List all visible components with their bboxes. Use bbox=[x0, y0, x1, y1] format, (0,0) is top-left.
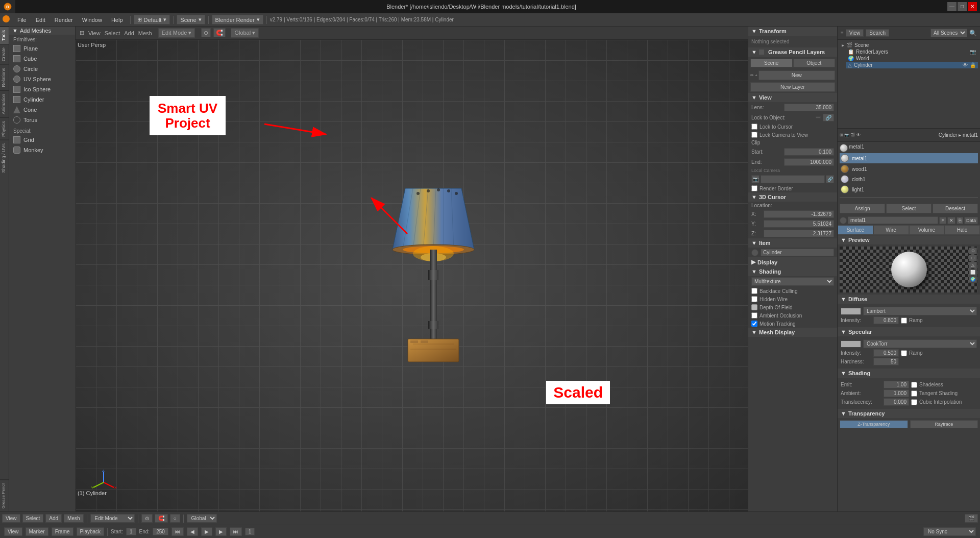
mat-item-metal1[interactable]: metal1 bbox=[840, 144, 978, 152]
lock-cursor-checkbox[interactable] bbox=[751, 124, 757, 130]
cursor-x-value[interactable]: -1.32679 bbox=[764, 210, 834, 218]
cubic-checkbox[interactable] bbox=[911, 399, 917, 405]
next-frame-btn[interactable]: ▶ bbox=[215, 527, 227, 536]
physics-tab[interactable]: Physics bbox=[0, 117, 9, 140]
panel-item-cone[interactable]: Cone bbox=[9, 105, 75, 115]
render-engine-dropdown[interactable]: Blender Render ▾ bbox=[212, 15, 263, 25]
mat-name-field[interactable]: metal1 bbox=[848, 216, 938, 224]
jump-end-btn[interactable]: ⏭ bbox=[230, 527, 242, 536]
viewport-3d[interactable]: ⊞ View Select Add Mesh Edit Mode ▾ ⊙ 🧲 G… bbox=[76, 27, 748, 511]
start-frame[interactable]: 1 bbox=[126, 528, 136, 535]
mesh-menu-btn[interactable]: Mesh bbox=[64, 514, 83, 523]
add-meshes-section[interactable]: ▼ Add Meshes bbox=[9, 27, 75, 35]
data-button[interactable]: Data bbox=[964, 217, 978, 224]
specular-header[interactable]: ▼ Specular bbox=[838, 327, 980, 336]
render-border-checkbox[interactable] bbox=[751, 185, 757, 191]
render-btn[interactable]: 🎬 bbox=[965, 514, 978, 523]
specular-intensity-value[interactable]: 0.500 bbox=[873, 349, 899, 357]
shadeless-checkbox[interactable] bbox=[911, 382, 917, 388]
viewport-canvas[interactable]: User Persp bbox=[76, 40, 748, 511]
transform-space-select[interactable]: Global Local bbox=[187, 514, 217, 523]
animation-tab[interactable]: Animation bbox=[0, 90, 9, 117]
item-header[interactable]: ▼ Item bbox=[748, 238, 837, 248]
diffuse-intensity-value[interactable]: 0.800 bbox=[873, 316, 899, 324]
add-menu[interactable]: Add bbox=[124, 30, 134, 36]
ztransparency-btn[interactable]: Z-Transparency bbox=[840, 420, 908, 428]
scene-item[interactable]: ▸ 🎬 Scene bbox=[840, 42, 978, 48]
mt-checkbox[interactable] bbox=[751, 321, 757, 327]
camera-link-btn[interactable]: 🔗 bbox=[826, 175, 834, 183]
preview-btn5[interactable]: 🌍 bbox=[969, 276, 977, 283]
preview-btn3[interactable]: △ bbox=[969, 262, 977, 268]
panel-item-monkey[interactable]: Monkey bbox=[9, 145, 75, 155]
pivot-btn[interactable]: ⊙ bbox=[201, 28, 211, 37]
ao-checkbox[interactable] bbox=[751, 312, 757, 319]
scene-dropdown[interactable]: Scene ▾ bbox=[177, 15, 205, 25]
select-button[interactable]: Select bbox=[886, 204, 932, 213]
minimize-button[interactable]: — bbox=[947, 2, 957, 11]
assign-button[interactable]: Assign bbox=[840, 204, 885, 213]
specular-ramp-checkbox[interactable] bbox=[901, 350, 907, 356]
relations-tab[interactable]: Relations bbox=[0, 64, 9, 90]
wire-tab[interactable]: Wire bbox=[873, 225, 909, 235]
mat-row-metal1[interactable]: metal1 bbox=[840, 153, 978, 163]
ambient-value[interactable]: 1.000 bbox=[884, 389, 909, 397]
end-frame[interactable]: 250 bbox=[153, 528, 168, 535]
maximize-button[interactable]: □ bbox=[958, 2, 967, 11]
hidden-wire-checkbox[interactable] bbox=[751, 296, 757, 302]
play-btn[interactable]: ▶ bbox=[201, 527, 212, 536]
timeline-marker-btn[interactable]: Marker bbox=[26, 527, 48, 536]
close-button[interactable]: ✕ bbox=[968, 2, 977, 11]
grease-pencil-tab[interactable]: Grease Pencil bbox=[0, 479, 9, 511]
cylinder-item[interactable]: △ Cylinder 👁 🔒 bbox=[846, 62, 978, 68]
diffuse-ramp-checkbox[interactable] bbox=[901, 317, 907, 324]
lock-object-btn[interactable]: 🔗 bbox=[823, 114, 834, 121]
panel-item-cube[interactable]: Cube bbox=[9, 54, 75, 64]
mode-select[interactable]: Edit Mode Object Mode bbox=[90, 514, 135, 523]
mat-shading-header[interactable]: ▼ Shading bbox=[838, 369, 980, 378]
view-menu[interactable]: View bbox=[88, 30, 101, 36]
camera-field[interactable] bbox=[761, 175, 825, 183]
transparency-header[interactable]: ▼ Transparency bbox=[838, 409, 980, 418]
menu-edit[interactable]: Edit bbox=[32, 16, 50, 24]
pivot-btn-bottom[interactable]: ⊙ bbox=[141, 514, 153, 523]
eye-icon[interactable]: 👁 bbox=[963, 62, 968, 68]
tangent-checkbox[interactable] bbox=[911, 390, 917, 397]
world-item[interactable]: 🌍 World bbox=[846, 55, 978, 62]
specular-color-swatch[interactable] bbox=[841, 340, 861, 348]
transform-header[interactable]: ▼ Transform bbox=[748, 27, 837, 36]
clip-start-value[interactable]: 0.100 bbox=[784, 148, 834, 156]
renderlayers-item[interactable]: 📋 RenderLayers 📷 bbox=[846, 48, 978, 55]
hardness-value[interactable]: 50 bbox=[873, 358, 899, 365]
shading-mode-select[interactable]: Multitexture GLSL bbox=[751, 277, 834, 286]
surface-tab[interactable]: Surface bbox=[838, 225, 873, 235]
add-menu-btn[interactable]: Add bbox=[45, 514, 62, 523]
menu-help[interactable]: Help bbox=[107, 16, 127, 24]
dof-checkbox[interactable] bbox=[751, 304, 757, 310]
preview-header[interactable]: ▼ Preview bbox=[838, 235, 980, 244]
mesh-display-header[interactable]: ▼ Mesh Display bbox=[748, 328, 837, 337]
select-menu-btn[interactable]: Select bbox=[22, 514, 44, 523]
lock-object-field[interactable] bbox=[816, 116, 821, 118]
snap-btn[interactable]: 🧲 bbox=[213, 28, 226, 37]
shading-header[interactable]: ▼ Shading bbox=[748, 267, 837, 276]
item-value[interactable]: Cylinder bbox=[761, 249, 834, 256]
view-menu-btn[interactable]: View bbox=[2, 514, 20, 523]
cursor-y-value[interactable]: 5.51024 bbox=[764, 220, 834, 228]
f-button[interactable]: F bbox=[939, 217, 946, 224]
translucency-value[interactable]: 0.000 bbox=[884, 398, 909, 406]
preview-btn4[interactable]: ⬜ bbox=[969, 269, 977, 276]
preview-btn2[interactable]: □ bbox=[969, 255, 977, 261]
camera-icon[interactable]: 📷 bbox=[751, 175, 760, 183]
diffuse-shader-select[interactable]: Lambert bbox=[863, 307, 977, 315]
panel-item-cylinder[interactable]: Cylinder bbox=[9, 94, 75, 105]
grease-pencil-header[interactable]: ▼ Grease Pencil Layers bbox=[748, 47, 837, 57]
edit-mode-dropdown[interactable]: Edit Mode ▾ bbox=[158, 28, 195, 38]
diffuse-color-swatch[interactable] bbox=[841, 308, 861, 315]
halo-tab[interactable]: Halo bbox=[944, 225, 980, 235]
sync-select[interactable]: No Sync Frame Dropping AV-Sync bbox=[923, 527, 976, 536]
panel-item-icosphere[interactable]: Ico Sphere bbox=[9, 84, 75, 94]
prev-frame-btn[interactable]: ◀ bbox=[187, 527, 198, 536]
lens-value[interactable]: 35.000 bbox=[784, 104, 834, 111]
snap-btn-bottom[interactable]: 🧲 bbox=[155, 514, 168, 523]
